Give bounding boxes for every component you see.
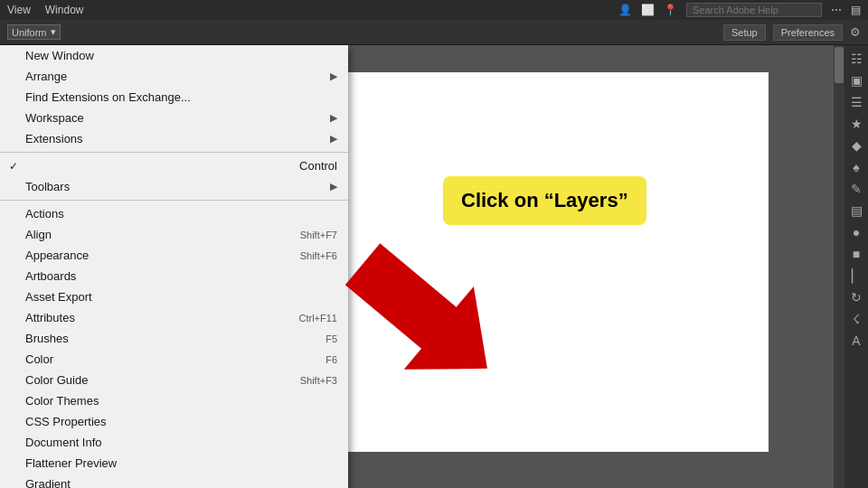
separator-2 — [0, 200, 348, 201]
properties-panel-icon[interactable]: ☰ — [846, 92, 866, 112]
menu-item-new-window[interactable]: New Window — [0, 45, 348, 66]
canvas-white — [316, 72, 769, 452]
top-bar: View Window 👤 ⬜ 📍 ⋯ ▤ — [0, 0, 868, 20]
window-menu-panel: New Window Arrange ▶ Find Extensions on … — [0, 45, 348, 488]
menu-item-color-themes[interactable]: Color Themes — [0, 390, 348, 411]
symbols-panel-icon[interactable]: ♠ — [846, 157, 866, 177]
more-icon: ⋯ — [831, 4, 842, 16]
attributes-shortcut: Ctrl+F11 — [299, 313, 338, 324]
gradient-panel-icon[interactable]: ▏ — [846, 266, 866, 286]
character-panel-icon[interactable]: A — [846, 331, 866, 351]
preferences-button[interactable]: Preferences — [773, 24, 843, 41]
menu-item-workspace[interactable]: Workspace ▶ — [0, 108, 348, 128]
appearance-panel-icon[interactable]: ◆ — [846, 136, 866, 155]
window-icon: ⬜ — [641, 4, 655, 16]
menu-item-extensions[interactable]: Extensions ▶ — [0, 128, 348, 149]
menu-item-attributes[interactable]: Attributes Ctrl+F11 — [0, 307, 348, 328]
separator-1 — [0, 152, 348, 153]
top-bar-right: 👤 ⬜ 📍 ⋯ ▤ — [618, 3, 861, 17]
brushes-panel-icon[interactable]: ✎ — [846, 179, 866, 199]
uniform-label: Uniform — [12, 27, 47, 38]
menu-item-actions[interactable]: Actions — [0, 203, 348, 224]
color-panel-icon[interactable]: ● — [846, 222, 866, 242]
color-guide-shortcut: Shift+F3 — [300, 375, 337, 386]
libraries-panel-icon[interactable]: ★ — [846, 114, 866, 134]
pathfinder-panel-icon[interactable]: ☇ — [846, 309, 866, 329]
menu-item-color[interactable]: Color F6 — [0, 349, 348, 370]
menu-item-find-extensions[interactable]: Find Extensions on Exchange... — [0, 87, 348, 108]
brushes-shortcut: F5 — [326, 333, 337, 344]
align-panel-icon[interactable]: ▤ — [846, 201, 866, 221]
dropdown-arrow-icon: ▾ — [51, 26, 56, 38]
submenu-arrow-icon: ▶ — [330, 70, 337, 82]
menu-item-toolbars[interactable]: Toolbars ▶ — [0, 176, 348, 197]
menu-item-artboards[interactable]: Artboards — [0, 266, 348, 286]
appearance-shortcut: Shift+F6 — [300, 250, 337, 261]
menu-item-asset-export[interactable]: Asset Export — [0, 286, 348, 307]
menu-item-appearance[interactable]: Appearance Shift+F6 — [0, 245, 348, 266]
menu-item-control[interactable]: Control — [0, 155, 348, 176]
vertical-scrollbar[interactable] — [834, 45, 844, 488]
layers-panel-icon[interactable]: ☷ — [846, 49, 866, 69]
menu-item-flattener-preview[interactable]: Flattener Preview — [0, 453, 348, 474]
search-input[interactable] — [686, 3, 822, 17]
menu-view[interactable]: View — [7, 4, 31, 16]
menu-item-color-guide[interactable]: Color Guide Shift+F3 — [0, 370, 348, 390]
callout-box: Click on “Layers” — [443, 176, 646, 225]
toolbar-row: Uniform ▾ Setup Preferences ⚙ — [0, 20, 868, 45]
menu-bar: View Window — [7, 4, 83, 16]
menu-window[interactable]: Window — [45, 4, 84, 16]
setup-button[interactable]: Setup — [723, 24, 766, 41]
callout-text: Click on “Layers” — [461, 189, 628, 211]
scrollbar-thumb[interactable] — [835, 47, 844, 83]
color-shortcut: F6 — [326, 354, 337, 365]
artboard-panel-icon[interactable]: ▣ — [846, 70, 866, 90]
submenu-arrow-workspace-icon: ▶ — [330, 112, 337, 124]
menu-item-align[interactable]: Align Shift+F7 — [0, 224, 348, 245]
main-area: New Window Arrange ▶ Find Extensions on … — [0, 45, 868, 488]
panel-toggle-icon: ▤ — [851, 4, 861, 16]
transform-panel-icon[interactable]: ↻ — [846, 287, 866, 307]
menu-item-gradient[interactable]: Gradient — [0, 474, 348, 488]
align-shortcut: Shift+F7 — [300, 230, 337, 240]
swatches-panel-icon[interactable]: ■ — [846, 244, 866, 264]
menu-item-brushes[interactable]: Brushes F5 — [0, 328, 348, 349]
menu-item-document-info[interactable]: Document Info — [0, 432, 348, 453]
menu-item-css-properties[interactable]: CSS Properties — [0, 411, 348, 432]
toolbar-extra-icon: ⚙ — [850, 25, 861, 39]
user-icon: 👤 — [618, 4, 632, 16]
right-panel: ☷ ▣ ☰ ★ ◆ ♠ ✎ ▤ ● ■ ▏ ↻ ☇ A — [844, 45, 868, 488]
uniform-selector[interactable]: Uniform ▾ — [7, 24, 61, 40]
submenu-arrow-toolbars-icon: ▶ — [330, 181, 337, 192]
submenu-arrow-extensions-icon: ▶ — [330, 133, 337, 145]
location-icon: 📍 — [664, 4, 677, 16]
menu-item-arrange[interactable]: Arrange ▶ — [0, 66, 348, 87]
